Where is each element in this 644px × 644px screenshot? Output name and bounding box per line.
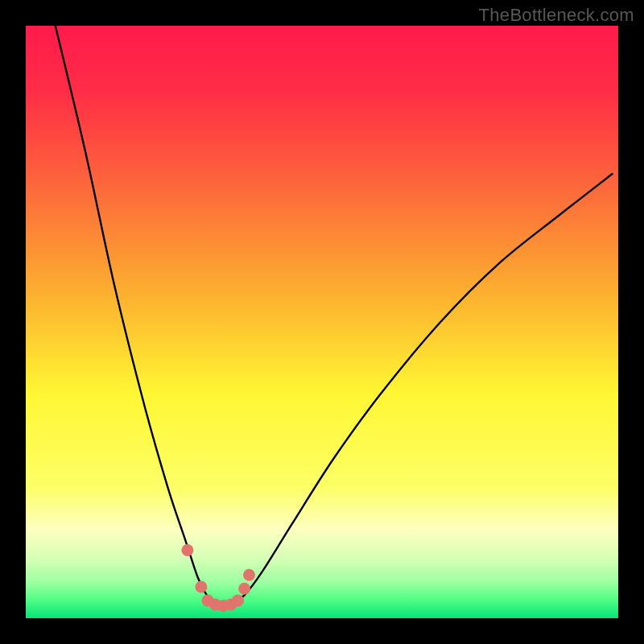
dot bbox=[195, 581, 207, 593]
dot bbox=[181, 544, 193, 556]
chart-frame: TheBottleneck.com bbox=[0, 0, 644, 644]
curve-layer bbox=[26, 26, 618, 618]
plot-area bbox=[26, 26, 618, 618]
highlight-dots bbox=[181, 544, 255, 612]
watermark-text: TheBottleneck.com bbox=[479, 5, 634, 26]
dot bbox=[243, 569, 255, 581]
dot bbox=[238, 583, 250, 595]
dot bbox=[232, 594, 244, 606]
bottleneck-curve bbox=[56, 26, 613, 606]
